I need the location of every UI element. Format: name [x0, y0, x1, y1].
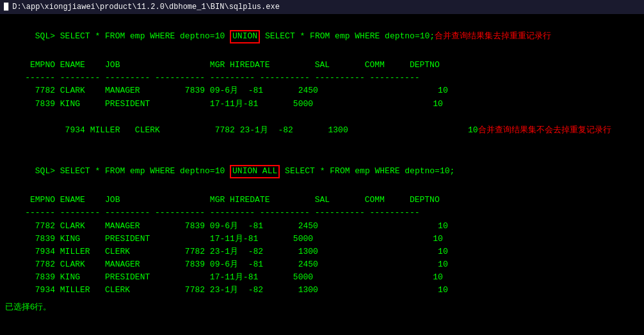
data-row-2-2: 7839 KING PRESIDENT 17-11月-81 5000 10 [5, 233, 639, 245]
title-bar: █ D:\app\xiongjiawei\product\11.2.0\dbho… [0, 0, 644, 14]
footer-text: 已选择6行。 [5, 300, 639, 313]
data-row-1-1: 7782 CLARK MANAGER 7839 09-6月 -81 2450 1… [5, 84, 639, 97]
section-union-all: SQL> SELECT * FROM emp WHERE deptno=10 U… [5, 152, 639, 297]
annotation-1: 合并查询结果集去掉重重记录行 [435, 31, 551, 40]
sql-prefix-2: SQL> SELECT * FROM emp WHERE deptno=10 [35, 166, 230, 176]
data-row-2-6: 7934 MILLER CLERK 7782 23-1月 -82 1300 10 [5, 284, 639, 297]
divider-row-1: ------ -------- --------- ---------- ---… [5, 72, 639, 84]
union-all-keyword-box: UNION ALL [230, 165, 280, 178]
sql-prefix-1: SQL> SELECT * FROM emp WHERE deptno=10 [35, 31, 230, 41]
divider-row-2: ------ -------- --------- ---------- ---… [5, 206, 639, 219]
data-row-1-3: 7934 MILLER CLERK 7782 23-1月 -82 1300 10… [5, 111, 639, 150]
union-keyword-box: UNION [230, 30, 260, 43]
title-bar-text: D:\app\xiongjiawei\product\11.2.0\dbhome… [12, 3, 280, 12]
annotation-2: 合并查询结果集不会去掉重复记录行 [478, 125, 611, 134]
data-row-2-5: 7839 KING PRESIDENT 17-11月-81 5000 10 [5, 271, 639, 284]
data-row-2-4: 7782 CLARK MANAGER 7839 09-6月 -81 2450 1… [5, 258, 639, 271]
data-row-2-3: 7934 MILLER CLERK 7782 23-1月 -82 1300 10 [5, 245, 639, 258]
sql-suffix-2: SELECT * FROM emp WHERE deptno=10; [280, 166, 455, 176]
data-row-2-1: 7782 CLARK MANAGER 7839 09-6月 -81 2450 1… [5, 220, 639, 233]
header-row-1: EMPNO ENAME JOB MGR HIREDATE SAL COMM DE… [5, 59, 639, 72]
sql-line-1: SQL> SELECT * FROM emp WHERE deptno=10 U… [5, 17, 639, 56]
sql-suffix-1: SELECT * FROM emp WHERE deptno=10; [260, 31, 435, 41]
header-row-2: EMPNO ENAME JOB MGR HIREDATE SAL COMM DE… [5, 194, 639, 206]
data-row-1-2: 7839 KING PRESIDENT 17-11月-81 5000 10 [5, 98, 639, 111]
sql-line-2: SQL> SELECT * FROM emp WHERE deptno=10 U… [5, 152, 639, 191]
title-bar-icon: █ [4, 3, 8, 12]
section-union: SQL> SELECT * FROM emp WHERE deptno=10 U… [5, 17, 639, 150]
data-row-1-3-text: 7934 MILLER CLERK 7782 23-1月 -82 1300 10 [35, 125, 478, 135]
